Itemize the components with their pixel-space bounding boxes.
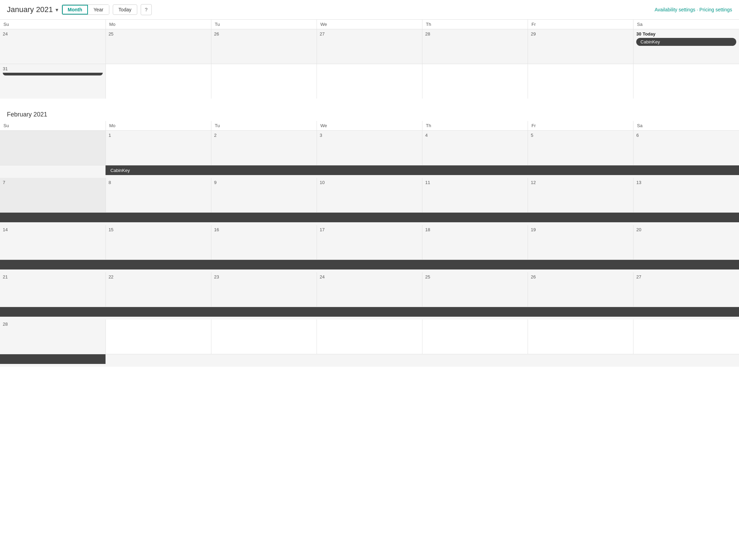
day-number: 27 (320, 31, 419, 37)
january-section: Su Mo Tu We Th Fr Sa 24 25 (0, 20, 739, 99)
chevron-down-icon: ▾ (56, 7, 58, 13)
question-icon: ? (145, 7, 148, 12)
table-row: 30 Today CabinKey (633, 29, 739, 64)
table-row: 7 (0, 178, 106, 213)
top-bar: January 2021 ▾ Month Year Today ? Availa… (0, 0, 739, 20)
col-header-mo: Mo (106, 20, 211, 29)
day-number: 16 (214, 227, 314, 232)
pricing-settings-link[interactable]: Pricing settings (699, 7, 732, 12)
feb-week-5: 28 (0, 319, 739, 354)
february-month-label: February 2021 (0, 105, 739, 121)
month-selector[interactable]: January 2021 ▾ (7, 5, 58, 14)
col-header-th: Th (422, 20, 528, 29)
feb-week-2: 7 8 9 10 (0, 178, 739, 213)
month-selector-label: January 2021 (7, 5, 53, 14)
table-row: 26 (211, 29, 317, 64)
table-row: 12 (528, 178, 633, 213)
table-row: 27 (633, 272, 739, 307)
table-row (422, 319, 528, 354)
table-row: 11 (422, 178, 528, 213)
feb-week-3: 14 15 16 17 (0, 225, 739, 260)
day-number: 7 (3, 180, 103, 185)
booking-bar-cabinkey-feb[interactable]: CabinKey (106, 165, 739, 175)
february-section: February 2021 Su Mo Tu We Th Fr Sa 1 (0, 105, 739, 367)
day-number: 26 (531, 274, 630, 279)
table-row (317, 64, 422, 99)
day-number: 31 (3, 66, 103, 71)
table-row: 5 (528, 131, 633, 165)
day-number: 17 (320, 227, 419, 232)
table-row: 23 (211, 272, 317, 307)
day-number: 28 (3, 322, 103, 327)
day-number: 26 (214, 31, 314, 37)
col-header-tu: Tu (211, 20, 317, 29)
col-header-mo: Mo (106, 121, 211, 131)
day-number: 24 (320, 274, 419, 279)
booking-row-container: CabinKey (0, 165, 739, 178)
table-row: 21 (0, 272, 106, 307)
table-row: 2 (211, 131, 317, 165)
feb-booking-row-5 (0, 354, 739, 367)
table-row: 24 (0, 29, 106, 64)
table-row (528, 319, 633, 354)
table-row (528, 64, 633, 99)
booking-row-container (0, 307, 739, 320)
day-number: 12 (531, 180, 630, 185)
day-number: 6 (636, 133, 736, 138)
table-row: 14 (0, 225, 106, 260)
day-number: 22 (109, 274, 208, 279)
col-header-su: Su (0, 121, 106, 131)
day-number: 18 (425, 227, 525, 232)
day-number: 2 (214, 133, 314, 138)
jan-week-2: 31 (0, 64, 739, 99)
feb-week-1: 1 2 3 4 (0, 131, 739, 165)
view-buttons: Month Year (62, 4, 109, 15)
table-row: 13 (633, 178, 739, 213)
feb-booking-row-4 (0, 307, 739, 320)
settings-separator: · (697, 7, 698, 12)
day-number: 24 (3, 31, 103, 37)
day-number: 5 (531, 133, 630, 138)
table-row: 20 (633, 225, 739, 260)
today-button[interactable]: Today (113, 4, 137, 15)
day-number: 1 (109, 133, 208, 138)
table-row: 15 (106, 225, 211, 260)
table-row: 18 (422, 225, 528, 260)
jan-week-1: 24 25 26 27 (0, 29, 739, 64)
day-number: 4 (425, 133, 525, 138)
table-row (633, 319, 739, 354)
booking-row-container (0, 260, 739, 273)
day-number: 15 (109, 227, 208, 232)
day-number: 21 (3, 274, 103, 279)
day-number: 25 (109, 31, 208, 37)
availability-settings-link[interactable]: Availability settings (655, 7, 695, 12)
col-header-su: Su (0, 20, 106, 29)
day-number: 11 (425, 180, 525, 185)
table-row (317, 319, 422, 354)
table-row: 16 (211, 225, 317, 260)
table-row (106, 64, 211, 99)
table-row: 27 (317, 29, 422, 64)
col-header-fr: Fr (528, 20, 633, 29)
table-row (211, 319, 317, 354)
jan-calendar-grid: Su Mo Tu We Th Fr Sa 24 25 (0, 20, 739, 99)
table-row: 25 (106, 29, 211, 64)
day-number: 13 (636, 180, 736, 185)
col-header-sa: Sa (633, 121, 739, 131)
year-view-button[interactable]: Year (88, 5, 109, 14)
booking-row-container (0, 213, 739, 225)
col-header-th: Th (422, 121, 528, 131)
table-row (0, 131, 106, 165)
help-button[interactable]: ? (141, 4, 152, 15)
day-number: 14 (3, 227, 103, 232)
table-row (106, 319, 211, 354)
day-number: 30 Today (636, 31, 736, 37)
feb-week-4: 21 22 23 24 (0, 272, 739, 307)
day-number: 10 (320, 180, 419, 185)
month-view-button[interactable]: Month (62, 5, 88, 14)
day-number: 28 (425, 31, 525, 37)
table-row: 24 (317, 272, 422, 307)
table-row (422, 64, 528, 99)
booking-bar-cabinkey[interactable]: CabinKey (636, 38, 736, 46)
booking-bar-empty (0, 213, 739, 222)
